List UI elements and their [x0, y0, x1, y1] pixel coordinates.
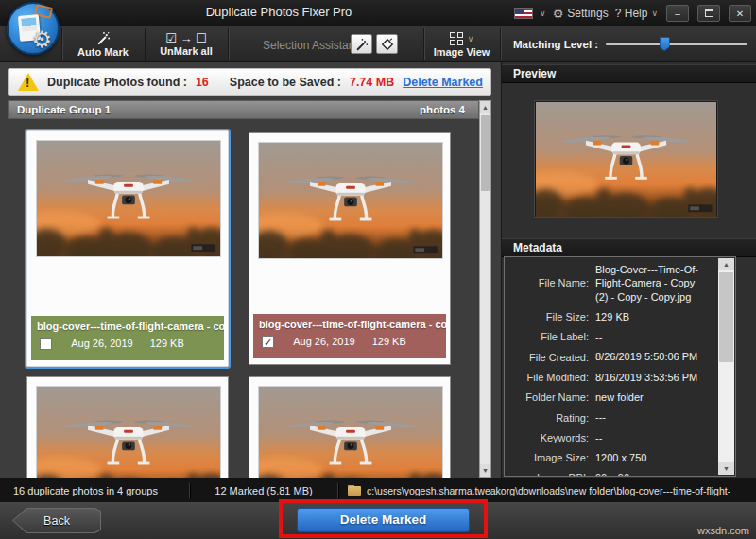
- magic-wand-icon: [96, 31, 111, 45]
- metadata-value: ---: [595, 410, 709, 424]
- logo-gear-icon: ⚙: [31, 28, 52, 51]
- scrollbar-thumb[interactable]: [719, 272, 733, 362]
- photo-filename: blog-cover---time-of-flight-camera - cop…: [253, 314, 446, 330]
- language-chevron-down-icon[interactable]: ∨: [540, 9, 546, 18]
- metadata-label: Folder Name:: [505, 391, 595, 403]
- image-view-chevron-down-icon: ∨: [468, 34, 474, 43]
- photo-label-band: blog-cover---time-of-flight-camera - cop…: [31, 316, 224, 360]
- unmark-icon: ☑ → ☐: [165, 33, 207, 44]
- metadata-value: 8/26/2019 5:50:06 PM: [595, 350, 709, 363]
- metadata-header: Metadata: [502, 238, 756, 257]
- help-menu[interactable]: ? Help ∨: [615, 7, 658, 20]
- photo-size: 129 KB: [372, 336, 406, 347]
- photo-grid: blog-cover---time-of-flight-camera - cop…: [8, 119, 479, 478]
- matching-level-thumb[interactable]: [660, 37, 670, 51]
- current-file-path: c:\users\yogesh.sharma.tweakorg\download…: [367, 485, 730, 496]
- photo-card-partial[interactable]: [26, 376, 229, 478]
- metadata-value: 129 KB: [595, 310, 709, 323]
- photo-thumbnail: [258, 386, 443, 478]
- metadata-value: new folder: [595, 391, 709, 404]
- watermark-text: wxsdn.com: [697, 525, 749, 536]
- auto-mark-label: Auto Mark: [77, 46, 129, 58]
- scroll-up-icon[interactable]: ▲: [718, 258, 734, 270]
- group-title: Duplicate Group 1: [17, 104, 111, 115]
- photo-size: 129 KB: [150, 338, 184, 349]
- scrollbar-thumb[interactable]: [481, 115, 490, 191]
- metadata-row: File Name: Blog-Cover---Time-Of-Flight-C…: [505, 263, 716, 304]
- maximize-icon: [705, 9, 713, 17]
- preview-image: [535, 101, 717, 217]
- metadata-label: Image DPI:: [505, 472, 595, 477]
- delete-marked-link[interactable]: Delete Marked: [403, 76, 483, 89]
- close-button[interactable]: ✕: [729, 5, 751, 22]
- help-chevron-down-icon: ∨: [651, 9, 658, 18]
- settings-menu[interactable]: ⚙ Settings: [553, 7, 609, 21]
- minimize-button[interactable]: –: [666, 5, 689, 22]
- delete-marked-button[interactable]: Delete Marked: [297, 508, 470, 532]
- selection-assistant-wand-button[interactable]: [351, 34, 372, 54]
- photo-thumbnail: [36, 140, 221, 257]
- metadata-label: File Modified:: [505, 372, 595, 383]
- app-window: Duplicate Photos Fixer Pro ∨ ⚙ Settings …: [0, 0, 756, 539]
- metadata-label: File Created:: [505, 352, 595, 363]
- metadata-row: File Modified: 8/16/2019 3:53:56 PM: [505, 371, 716, 384]
- scroll-down-icon[interactable]: ▼: [718, 462, 734, 475]
- image-view-button[interactable]: ∨ Image View: [424, 26, 499, 62]
- matching-level-slider[interactable]: [606, 43, 747, 45]
- mark-checkbox[interactable]: [262, 336, 274, 348]
- metadata-label: File Size:: [505, 311, 595, 322]
- photo-filename: blog-cover---time-of-flight-camera - cop…: [31, 316, 224, 332]
- metadata-label: Image Size:: [505, 452, 595, 463]
- metadata-list: File Name: Blog-Cover---Time-Of-Flight-C…: [505, 263, 716, 477]
- scroll-down-icon[interactable]: ▼: [480, 464, 490, 477]
- language-flag-icon[interactable]: [514, 8, 533, 19]
- photo-card[interactable]: blog-cover---time-of-flight-camera - cop…: [249, 132, 451, 365]
- photo-grid-scrollbar[interactable]: ▲ ▼: [479, 100, 491, 478]
- selection-assistant-label: Selection Assistant: [263, 39, 358, 52]
- groups-summary: 16 duplicate photos in 4 groups: [0, 485, 189, 496]
- maximize-button[interactable]: [697, 5, 720, 22]
- summary-bar: Duplicate Photos found : 16 Space to be …: [8, 68, 491, 96]
- warning-icon: [18, 73, 39, 91]
- unmark-all-label: UnMark all: [160, 45, 213, 57]
- status-bar: 16 duplicate photos in 4 groups 12 Marke…: [0, 478, 756, 502]
- metadata-scrollbar[interactable]: ▲ ▼: [718, 258, 734, 475]
- metadata-label: File Name:: [505, 277, 595, 288]
- photo-date: Aug 26, 2019: [293, 336, 354, 347]
- photo-card[interactable]: blog-cover---time-of-flight-camera - cop…: [26, 130, 229, 367]
- metadata-row: File Label: --: [505, 330, 716, 343]
- scroll-up-icon[interactable]: ▲: [480, 101, 490, 113]
- marked-summary: 12 Marked (5.81 MB): [190, 485, 337, 496]
- group-photo-count: photos 4: [420, 104, 465, 115]
- space-value: 7.74 MB: [350, 76, 394, 89]
- metadata-value: 8/16/2019 3:53:56 PM: [595, 371, 709, 384]
- metadata-row: File Size: 129 KB: [505, 310, 716, 323]
- metadata-value: --: [595, 330, 709, 343]
- title-bar: Duplicate Photos Fixer Pro ∨ ⚙ Settings …: [0, 0, 756, 26]
- group-header: Duplicate Group 1 photos 4: [8, 100, 479, 119]
- selection-assistant-tag-button[interactable]: [376, 34, 398, 54]
- metadata-value: --: [595, 431, 709, 444]
- metadata-row: File Created: 8/26/2019 5:50:06 PM: [505, 350, 716, 363]
- metadata-label: File Label:: [505, 331, 595, 342]
- space-label: Space to be Saved :: [230, 76, 341, 89]
- found-label: Duplicate Photos found :: [47, 76, 187, 89]
- image-view-label: Image View: [434, 46, 490, 58]
- metadata-label: Rating:: [505, 412, 595, 424]
- wand-icon: [355, 38, 369, 51]
- unmark-all-button[interactable]: ☑ → ☐ UnMark all: [146, 26, 227, 62]
- auto-mark-button[interactable]: Auto Mark: [62, 26, 144, 62]
- preview-header: Preview: [502, 64, 756, 83]
- photo-thumbnail: [258, 142, 443, 259]
- photo-label-band: blog-cover---time-of-flight-camera - cop…: [253, 314, 446, 358]
- back-button[interactable]: Back: [12, 508, 101, 533]
- photo-thumbnail: [36, 386, 221, 478]
- app-logo: ⚙: [7, 2, 60, 55]
- mark-checkbox[interactable]: [40, 338, 52, 350]
- metadata-panel: File Name: Blog-Cover---Time-Of-Flight-C…: [504, 256, 736, 477]
- gear-icon: ⚙: [553, 7, 564, 21]
- settings-label: Settings: [567, 7, 608, 20]
- metadata-label: Keywords:: [505, 432, 595, 443]
- help-label: ? Help: [615, 7, 648, 20]
- photo-card-partial[interactable]: [249, 376, 451, 478]
